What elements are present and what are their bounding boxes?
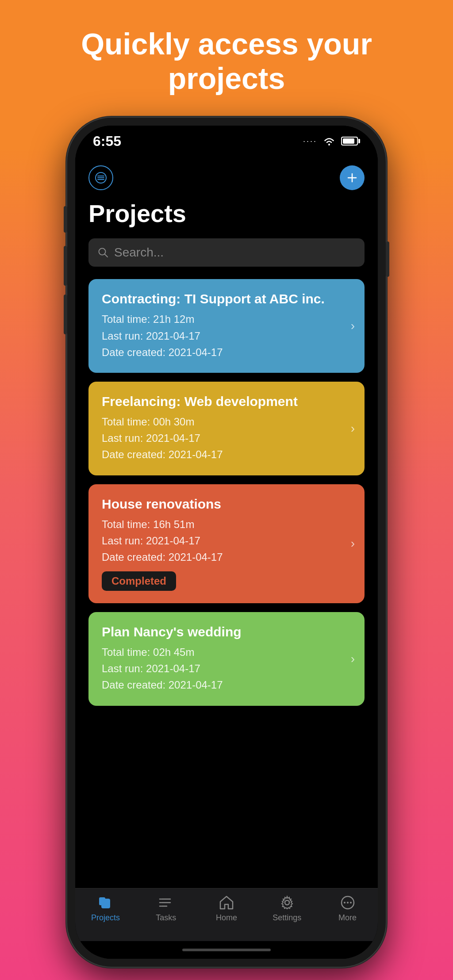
project-card-1[interactable]: Freelancing: Web development Total time:… [88, 382, 365, 475]
svg-point-17 [285, 900, 289, 905]
project-title-3: Plan Nancy's wedding [102, 624, 351, 639]
chevron-icon-0: › [351, 319, 355, 333]
project-details-1: Total time: 00h 30m Last run: 2021-04-17… [102, 413, 351, 463]
tab-home-label: Home [216, 913, 237, 923]
top-bar [88, 165, 365, 190]
volume-up-button [64, 246, 67, 286]
power-button [386, 241, 389, 277]
more-tab-icon [340, 895, 356, 911]
home-tab-icon [219, 895, 234, 911]
home-bar [182, 949, 271, 951]
project-card-3[interactable]: Plan Nancy's wedding Total time: 02h 45m… [88, 612, 365, 706]
phone-screen: 6:55 ···· [75, 126, 378, 959]
battery-icon [341, 137, 360, 145]
projects-tab-icon [97, 895, 113, 911]
tab-more-label: More [338, 913, 357, 923]
svg-rect-10 [102, 899, 110, 908]
status-time: 6:55 [93, 133, 121, 149]
project-title-1: Freelancing: Web development [102, 394, 351, 409]
tab-home[interactable]: Home [204, 895, 249, 923]
phone-shell: 6:55 ···· [67, 118, 386, 967]
notch [182, 134, 271, 151]
project-title-0: Contracting: TI Support at ABC inc. [102, 291, 351, 306]
svg-point-0 [328, 144, 330, 145]
status-icons: ···· [303, 136, 360, 146]
project-card-2[interactable]: House renovations Total time: 16h 51m La… [88, 484, 365, 604]
tab-bar: Projects Tasks [75, 888, 378, 941]
project-details-2: Total time: 16h 51m Last run: 2021-04-17… [102, 516, 351, 566]
project-title-2: House renovations [102, 497, 351, 512]
project-details-0: Total time: 21h 12m Last run: 2021-04-17… [102, 311, 351, 360]
hero-section: Quickly access your projects [0, 0, 453, 118]
svg-line-8 [105, 254, 108, 257]
mute-button [64, 206, 67, 233]
project-card-0[interactable]: Contracting: TI Support at ABC inc. Tota… [88, 279, 365, 373]
tab-tasks[interactable]: Tasks [144, 895, 188, 923]
chevron-icon-2: › [351, 536, 355, 551]
signal-icon: ···· [303, 137, 317, 146]
chevron-icon-1: › [351, 421, 355, 436]
svg-point-20 [347, 902, 349, 903]
tab-settings[interactable]: Settings [265, 895, 309, 923]
tab-more[interactable]: More [326, 895, 370, 923]
settings-tab-icon [279, 895, 295, 911]
tab-projects[interactable]: Projects [83, 895, 127, 923]
search-placeholder: Search... [114, 245, 164, 260]
tab-tasks-label: Tasks [156, 913, 176, 923]
app-content: Projects Search... Contracting: TI Suppo… [75, 157, 378, 888]
project-details-3: Total time: 02h 45m Last run: 2021-04-17… [102, 644, 351, 693]
add-button[interactable] [340, 165, 365, 190]
search-icon [97, 247, 109, 258]
tasks-tab-icon [158, 895, 174, 911]
tab-settings-label: Settings [273, 913, 301, 923]
wifi-icon [322, 136, 336, 146]
home-indicator [75, 941, 378, 959]
hero-title: Quickly access your projects [0, 0, 453, 118]
tab-projects-label: Projects [91, 913, 120, 923]
svg-point-21 [350, 902, 352, 903]
svg-point-19 [344, 902, 346, 903]
volume-down-button [64, 295, 67, 334]
page-title: Projects [88, 199, 365, 228]
chevron-icon-3: › [351, 652, 355, 666]
search-bar[interactable]: Search... [88, 238, 365, 267]
phone-mockup: 6:55 ···· [67, 118, 386, 967]
menu-button[interactable] [88, 165, 113, 190]
completed-badge: Completed [102, 571, 176, 591]
